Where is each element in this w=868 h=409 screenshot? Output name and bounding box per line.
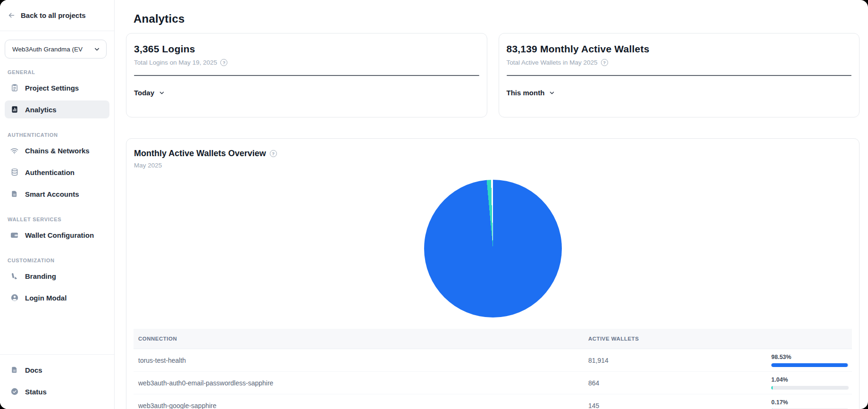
connections-table: CONNECTION ACTIVE WALLETS torus-test-hea…	[134, 329, 852, 409]
percent-bar-track	[771, 386, 849, 390]
logins-stat-card: 3,365 Logins Total Logins on May 19, 202…	[126, 33, 487, 117]
monthly-active-wallets-overview-card: Monthly Active Wallets Overview ? May 20…	[126, 138, 860, 409]
stat-divider	[134, 75, 479, 76]
connection-cell: torus-test-health	[134, 357, 588, 364]
sidebar-item-label: Chains & Networks	[25, 147, 90, 155]
sidebar-item-label: Login Modal	[25, 294, 67, 302]
active-wallets-range-select[interactable]: This month	[507, 89, 556, 97]
connection-cell: web3auth-google-sapphire	[134, 402, 588, 409]
help-icon[interactable]: ?	[220, 59, 227, 66]
logins-subtitle: Total Logins on May 19, 2025	[134, 59, 217, 66]
wallets-cell: 145	[588, 402, 771, 409]
document-icon	[10, 190, 19, 198]
sidebar-item-wallet-configuration[interactable]: Wallet Configuration	[5, 226, 109, 244]
sidebar-item-label: Docs	[25, 366, 42, 374]
logins-range-value: Today	[134, 89, 154, 97]
sidebar-item-label: Analytics	[25, 106, 57, 114]
active-wallets-headline: 83,139 Monthly Active Wallets	[507, 43, 852, 55]
section-label-authentication: AUTHENTICATION	[5, 122, 109, 142]
wallets-cell: 864	[588, 379, 771, 387]
section-label-wallet-services: WALLET SERVICES	[5, 207, 109, 226]
sidebar-item-status[interactable]: Status	[5, 383, 109, 401]
chevron-down-icon	[549, 90, 555, 96]
active-wallets-subtitle: Total Active Wallets in May 2025	[507, 59, 598, 66]
back-to-projects-link[interactable]: Back to all projects	[0, 0, 114, 31]
chevron-down-icon	[93, 46, 100, 53]
sidebar-item-label: Smart Accounts	[25, 190, 79, 198]
main-content: Analytics 3,365 Logins Total Logins on M…	[115, 0, 868, 409]
section-label-customization: CUSTOMIZATION	[5, 248, 109, 267]
wallet-icon	[10, 231, 19, 240]
sidebar-item-branding[interactable]: Branding	[5, 267, 109, 285]
docs-icon	[10, 366, 19, 374]
table-row: torus-test-health 81,914 98.53%	[134, 349, 852, 372]
percent-bar-track	[771, 363, 849, 367]
user-circle-icon	[10, 293, 19, 302]
sidebar-item-smart-accounts[interactable]: Smart Accounts	[5, 185, 109, 203]
sidebar-item-label: Wallet Configuration	[25, 231, 94, 239]
active-wallets-stat-card: 83,139 Monthly Active Wallets Total Acti…	[499, 33, 860, 117]
back-to-projects-label: Back to all projects	[21, 11, 86, 19]
sidebar-footer: Docs Status	[0, 354, 114, 409]
connection-cell: web3auth-auth0-email-passwordless-sapphi…	[134, 379, 588, 387]
logins-range-select[interactable]: Today	[134, 89, 165, 97]
project-selector[interactable]: Web3Auth Grandma (EV	[5, 40, 107, 58]
percent-bar-fill	[771, 386, 773, 390]
sidebar-item-docs[interactable]: Docs	[5, 361, 109, 379]
sidebar-item-login-modal[interactable]: Login Modal	[5, 289, 109, 307]
network-signal-icon	[10, 146, 19, 155]
sidebar-item-chains-networks[interactable]: Chains & Networks	[5, 142, 109, 159]
stat-divider	[507, 75, 852, 76]
wallets-cell: 81,914	[588, 357, 771, 364]
percent-label: 98.53%	[771, 354, 853, 360]
pie-chart[interactable]	[424, 180, 562, 317]
help-icon[interactable]: ?	[601, 59, 608, 66]
table-header-row: CONNECTION ACTIVE WALLETS	[134, 329, 852, 349]
sidebar-item-authentication[interactable]: Authentication	[5, 163, 109, 181]
help-icon[interactable]: ?	[270, 150, 277, 157]
column-header-active-wallets: ACTIVE WALLETS	[588, 336, 771, 342]
column-header-connection: CONNECTION	[134, 336, 588, 342]
section-label-general: GENERAL	[5, 59, 109, 79]
project-selector-value: Web3Auth Grandma (EV	[12, 46, 83, 53]
database-icon	[10, 168, 19, 176]
sidebar-item-project-settings[interactable]: Project Settings	[5, 79, 109, 97]
active-wallets-range-value: This month	[507, 89, 545, 97]
percent-cell: 1.04%	[771, 376, 853, 390]
overview-subtitle: May 2025	[134, 162, 852, 169]
percent-label: 0.17%	[771, 399, 853, 406]
logins-headline: 3,365 Logins	[134, 43, 479, 55]
stat-cards-row: 3,365 Logins Total Logins on May 19, 202…	[126, 33, 860, 117]
app-window: Back to all projects Web3Auth Grandma (E…	[0, 0, 868, 409]
percent-label: 1.04%	[771, 376, 853, 383]
overview-title: Monthly Active Wallets Overview	[134, 149, 266, 159]
analytics-chart-icon	[10, 105, 19, 114]
sidebar-item-label: Authentication	[25, 168, 75, 176]
branding-brush-icon	[10, 272, 19, 280]
sidebar: Back to all projects Web3Auth Grandma (E…	[0, 0, 115, 409]
sidebar-item-label: Project Settings	[25, 84, 79, 92]
sidebar-item-analytics[interactable]: Analytics	[5, 100, 109, 118]
pie-chart-area	[134, 180, 852, 317]
check-circle-icon	[10, 387, 19, 396]
sidebar-item-label: Branding	[25, 272, 56, 280]
clipboard-icon	[10, 83, 19, 92]
table-row: web3auth-auth0-email-passwordless-sapphi…	[134, 372, 852, 394]
chevron-down-icon	[159, 90, 165, 96]
percent-cell: 98.53%	[771, 354, 853, 367]
sidebar-item-label: Status	[25, 388, 47, 396]
arrow-left-icon	[8, 11, 16, 19]
table-row: web3auth-google-sapphire 145 0.17%	[134, 394, 852, 409]
sidebar-nav: GENERAL Project Settings Analytics AUTHE…	[0, 58, 114, 310]
page-title: Analytics	[134, 12, 860, 25]
percent-bar-fill	[771, 363, 848, 367]
percent-cell: 0.17%	[771, 399, 853, 409]
